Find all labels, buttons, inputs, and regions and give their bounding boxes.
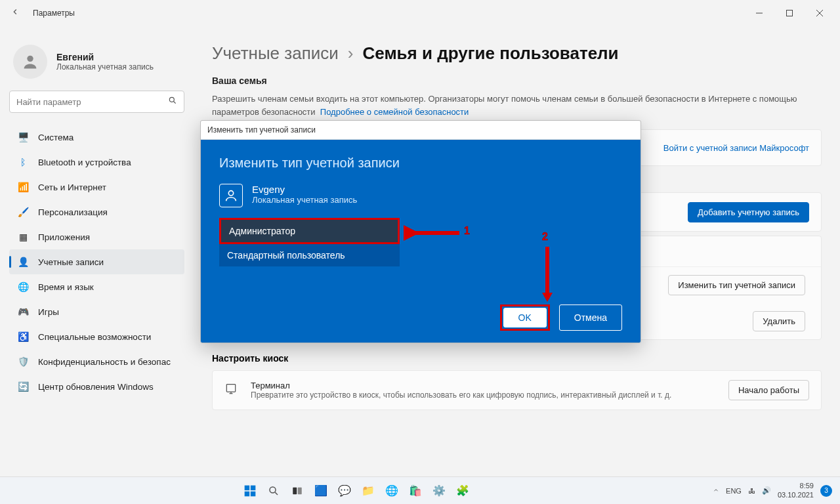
nav-personalization[interactable]: 🖌️Персонализация bbox=[9, 200, 184, 224]
taskbar-datetime[interactable]: 8:59 03.10.2021 bbox=[778, 482, 814, 500]
taskview-icon[interactable] bbox=[287, 481, 307, 501]
nav-label: Центр обновления Windows bbox=[38, 382, 154, 392]
svg-line-6 bbox=[174, 102, 176, 104]
nav-label: Bluetooth и устройства bbox=[38, 158, 131, 167]
volume-tray-icon[interactable]: 🔊 bbox=[762, 486, 771, 495]
network-tray-icon[interactable]: 🖧 bbox=[748, 487, 755, 495]
dialog-ok-button[interactable]: OK bbox=[503, 308, 547, 327]
kiosk-terminal-sub: Превратите это устройство в киоск, чтобы… bbox=[251, 390, 718, 400]
dialog-frame-title: Изменить тип учетной записи bbox=[201, 121, 640, 140]
change-type-button[interactable]: Изменить тип учетной записи bbox=[668, 275, 805, 295]
taskbar-right: ENG 🖧 🔊 8:59 03.10.2021 3 bbox=[713, 482, 840, 500]
family-safety-link[interactable]: Подробнее о семейной безопасности bbox=[320, 107, 469, 117]
annotation-num-1: 1 bbox=[464, 225, 470, 237]
tray-chevron-icon[interactable] bbox=[713, 487, 719, 495]
titlebar: Параметры bbox=[0, 0, 840, 26]
nav-label: Время и язык bbox=[38, 282, 94, 292]
nav-label: Персонализация bbox=[38, 207, 108, 217]
taskbar-time: 8:59 bbox=[778, 482, 814, 491]
user-avatar-icon bbox=[13, 45, 47, 79]
family-section-title: Ваша семья bbox=[212, 75, 822, 86]
nav-label: Специальные возможности bbox=[38, 332, 151, 342]
dropdown-option-standard[interactable]: Стандартный пользователь bbox=[219, 244, 400, 266]
nav-list: 🖥️Система ᛒBluetooth и устройства 📶Сеть … bbox=[9, 125, 184, 399]
accessibility-icon: ♿ bbox=[17, 331, 29, 343]
nav-apps[interactable]: ▦Приложения bbox=[9, 224, 184, 249]
taskbar-date: 03.10.2021 bbox=[778, 491, 814, 500]
dialog-user-block: Evgeny Локальная учетная запись bbox=[219, 184, 622, 207]
taskbar-center: 🟦 💬 📁 🌐 🛍️ ⚙️ 🧩 bbox=[0, 481, 713, 501]
kiosk-start-button[interactable]: Начало работы bbox=[728, 380, 809, 400]
svg-marker-15 bbox=[542, 293, 553, 302]
maximize-button[interactable] bbox=[774, 3, 805, 23]
nav-network[interactable]: 📶Сеть и Интернет bbox=[9, 175, 184, 200]
svg-rect-17 bbox=[251, 485, 256, 490]
account-type-dropdown[interactable]: Администратор bbox=[219, 218, 400, 244]
nav-update[interactable]: 🔄Центр обновления Windows bbox=[9, 374, 184, 399]
nav-gaming[interactable]: 🎮Игры bbox=[9, 299, 184, 324]
chat-icon[interactable]: 💬 bbox=[335, 481, 354, 501]
sidebar: Евгений Локальная учетная запись 🖥️Систе… bbox=[0, 26, 194, 472]
nav-label: Конфиденциальность и безопас bbox=[38, 357, 171, 367]
svg-point-4 bbox=[27, 56, 33, 62]
minimize-button[interactable] bbox=[744, 3, 774, 23]
app-icon[interactable]: 🧩 bbox=[453, 481, 472, 501]
svg-rect-7 bbox=[226, 384, 235, 392]
shield-icon: 🛡️ bbox=[17, 356, 29, 368]
language-indicator[interactable]: ENG bbox=[726, 487, 742, 495]
kiosk-terminal-title: Терминал bbox=[251, 381, 718, 390]
widgets-icon[interactable]: 🟦 bbox=[311, 481, 331, 501]
search-icon bbox=[168, 96, 177, 108]
svg-point-5 bbox=[169, 97, 174, 102]
globe-icon: 🌐 bbox=[17, 281, 29, 293]
dialog-user-name: Evgeny bbox=[252, 184, 357, 195]
nav-label: Приложения bbox=[38, 232, 90, 242]
nav-label: Игры bbox=[38, 307, 59, 317]
window-title: Параметры bbox=[33, 9, 75, 18]
nav-system[interactable]: 🖥️Система bbox=[9, 125, 184, 150]
update-icon: 🔄 bbox=[17, 381, 29, 392]
search-input[interactable] bbox=[16, 97, 168, 107]
nav-accessibility[interactable]: ♿Специальные возможности bbox=[9, 324, 184, 349]
delete-button[interactable]: Удалить bbox=[753, 311, 805, 331]
breadcrumb: Учетные записи › Семья и другие пользова… bbox=[212, 43, 822, 64]
signin-ms-link[interactable]: Войти с учетной записи Майкрософт bbox=[663, 143, 809, 153]
svg-rect-19 bbox=[251, 491, 256, 496]
wifi-icon: 📶 bbox=[17, 181, 29, 193]
annotation-arrow-2: 2 bbox=[539, 235, 559, 306]
edge-icon[interactable]: 🌐 bbox=[382, 481, 402, 501]
user-subtitle: Локальная учетная запись bbox=[56, 62, 154, 72]
annotation-arrow-1: 1 bbox=[404, 223, 469, 245]
add-account-button[interactable]: Добавить учетную запись bbox=[688, 202, 809, 222]
monitor-icon: 🖥️ bbox=[17, 131, 29, 143]
svg-point-20 bbox=[270, 487, 276, 493]
settings-icon[interactable]: ⚙️ bbox=[429, 481, 449, 501]
nav-label: Система bbox=[38, 133, 74, 142]
nav-label: Учетные записи bbox=[38, 257, 104, 267]
svg-line-21 bbox=[275, 492, 278, 495]
close-button[interactable] bbox=[805, 3, 835, 23]
nav-timelang[interactable]: 🌐Время и язык bbox=[9, 274, 184, 299]
breadcrumb-level2: Семья и другие пользователи bbox=[362, 43, 618, 64]
family-section-desc: Разрешить членам семьи входить на этот к… bbox=[212, 93, 822, 119]
breadcrumb-sep: › bbox=[348, 43, 354, 64]
dialog-cancel-button[interactable]: Отмена bbox=[559, 304, 622, 331]
user-name: Евгений bbox=[56, 52, 154, 62]
dropdown-option-admin[interactable]: Администратор bbox=[221, 220, 398, 242]
user-block[interactable]: Евгений Локальная учетная запись bbox=[13, 45, 184, 79]
nav-bluetooth[interactable]: ᛒBluetooth и устройства bbox=[9, 150, 184, 175]
kiosk-card[interactable]: Терминал Превратите это устройство в кио… bbox=[212, 370, 822, 410]
terminal-icon bbox=[224, 383, 240, 398]
search-box[interactable] bbox=[9, 91, 184, 113]
notification-badge[interactable]: 3 bbox=[820, 485, 832, 497]
search-taskbar-icon[interactable] bbox=[264, 481, 284, 501]
ok-highlight: OK bbox=[500, 304, 550, 331]
store-icon[interactable]: 🛍️ bbox=[406, 481, 425, 501]
nav-privacy[interactable]: 🛡️Конфиденциальность и безопас bbox=[9, 349, 184, 374]
start-button-icon[interactable] bbox=[240, 481, 260, 501]
nav-accounts[interactable]: 👤Учетные записи bbox=[9, 249, 184, 274]
person-icon: 👤 bbox=[17, 256, 29, 268]
explorer-icon[interactable]: 📁 bbox=[358, 481, 378, 501]
back-button[interactable] bbox=[5, 7, 25, 19]
breadcrumb-level1[interactable]: Учетные записи bbox=[212, 43, 339, 64]
